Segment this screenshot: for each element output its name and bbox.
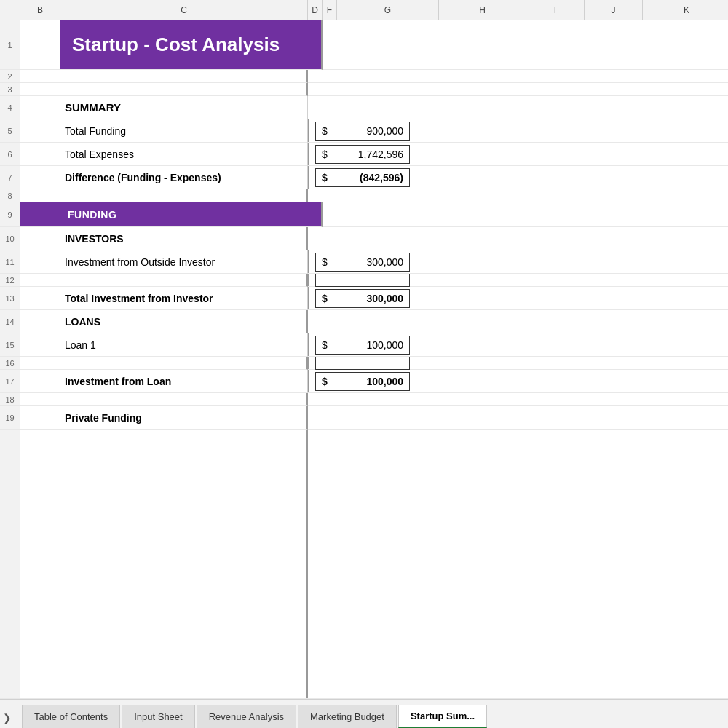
gap-row-2: 3 bbox=[0, 83, 728, 96]
total-funding-value: $ 900,000 bbox=[315, 122, 410, 141]
total-expenses-value: $ 1,742,596 bbox=[315, 145, 410, 164]
gap-row-1: 2 bbox=[0, 70, 728, 83]
outside-investor-label: Investment from Outside Investor bbox=[65, 256, 215, 268]
col-header-j: J bbox=[585, 0, 643, 20]
col-header-g: G bbox=[337, 0, 439, 20]
sheet-body: 1 Startup - Cost Analysis 2 3 4 bbox=[0, 20, 728, 699]
col-header-d: D bbox=[308, 0, 323, 20]
title-row: 1 Startup - Cost Analysis bbox=[0, 20, 728, 70]
outside-investor-value: $ 300,000 bbox=[315, 253, 410, 272]
cell-b1 bbox=[20, 20, 60, 70]
investment-from-loan-label: Investment from Loan bbox=[65, 376, 171, 387]
funding-header: FUNDING bbox=[60, 202, 323, 227]
tab-table-of-contents[interactable]: Table of Contents bbox=[22, 705, 120, 728]
title-cell: Startup - Cost Analysis bbox=[60, 20, 323, 70]
total-investor-value: $ 300,000 bbox=[315, 289, 410, 308]
loan1-value: $ 100,000 bbox=[315, 336, 410, 355]
col-header-f: F bbox=[323, 0, 337, 20]
difference-value: $ (842,596) bbox=[315, 168, 410, 187]
funding-header-row: 9 FUNDING bbox=[0, 202, 728, 227]
total-investor-label: Total Investment from Investor bbox=[65, 293, 213, 304]
difference-label: Difference (Funding - Expenses) bbox=[65, 172, 221, 183]
col-header-i: I bbox=[526, 0, 585, 20]
tab-startup-summary[interactable]: Startup Sum... bbox=[398, 705, 487, 728]
total-funding-label: Total Funding bbox=[65, 125, 126, 137]
spreadsheet-title: Startup - Cost Analysis bbox=[72, 33, 280, 56]
total-expenses-label: Total Expenses bbox=[65, 149, 134, 160]
tab-revenue-analysis[interactable]: Revenue Analysis bbox=[197, 705, 296, 728]
gap-row-5: 16 bbox=[0, 357, 728, 370]
gap-row-3: 8 bbox=[0, 189, 728, 202]
spreadsheet-container: B C D F G H I J K 1 Startup - Cost Analy… bbox=[0, 0, 728, 728]
summary-header: SUMMARY bbox=[65, 101, 121, 114]
total-expenses-row: 6 Total Expenses $ 1,742,596 bbox=[0, 143, 728, 166]
difference-row: 7 Difference (Funding - Expenses) $ (842… bbox=[0, 166, 728, 189]
private-funding-row: 19 Private Funding bbox=[0, 406, 728, 430]
total-investor-row: 13 Total Investment from Investor $ 300,… bbox=[0, 287, 728, 310]
tab-bar: ❯ Table of Contents Input Sheet Revenue … bbox=[0, 699, 728, 728]
loans-header-row: 14 LOANS bbox=[0, 310, 728, 333]
col-header-h: H bbox=[439, 0, 526, 20]
total-funding-row: 5 Total Funding $ 900,000 bbox=[0, 119, 728, 143]
loan1-row: 15 Loan 1 $ 100,000 bbox=[0, 333, 728, 357]
investment-from-loan-value: $ 100,000 bbox=[315, 372, 410, 391]
column-headers: B C D F G H I J K bbox=[0, 0, 728, 20]
col-header-k: K bbox=[643, 0, 728, 20]
private-funding-label: Private Funding bbox=[65, 412, 142, 424]
tab-marketing-budget[interactable]: Marketing Budget bbox=[298, 705, 397, 728]
col-header-b: B bbox=[20, 0, 60, 20]
outside-investor-row: 11 Investment from Outside Investor $ 30… bbox=[0, 250, 728, 274]
loans-header: LOANS bbox=[65, 316, 100, 328]
loan1-label: Loan 1 bbox=[65, 339, 96, 351]
investors-header-row: 10 INVESTORS bbox=[0, 227, 728, 250]
tab-input-sheet[interactable]: Input Sheet bbox=[122, 705, 195, 728]
summary-header-row: 4 SUMMARY bbox=[0, 96, 728, 119]
investment-from-loan-row: 17 Investment from Loan $ 100,000 bbox=[0, 370, 728, 393]
tab-nav-arrow[interactable]: ❯ bbox=[3, 712, 12, 724]
col-header-c: C bbox=[60, 0, 308, 20]
investors-header: INVESTORS bbox=[65, 233, 124, 245]
gap-row-6: 18 bbox=[0, 393, 728, 406]
gap-row-4: 12 bbox=[0, 274, 728, 287]
